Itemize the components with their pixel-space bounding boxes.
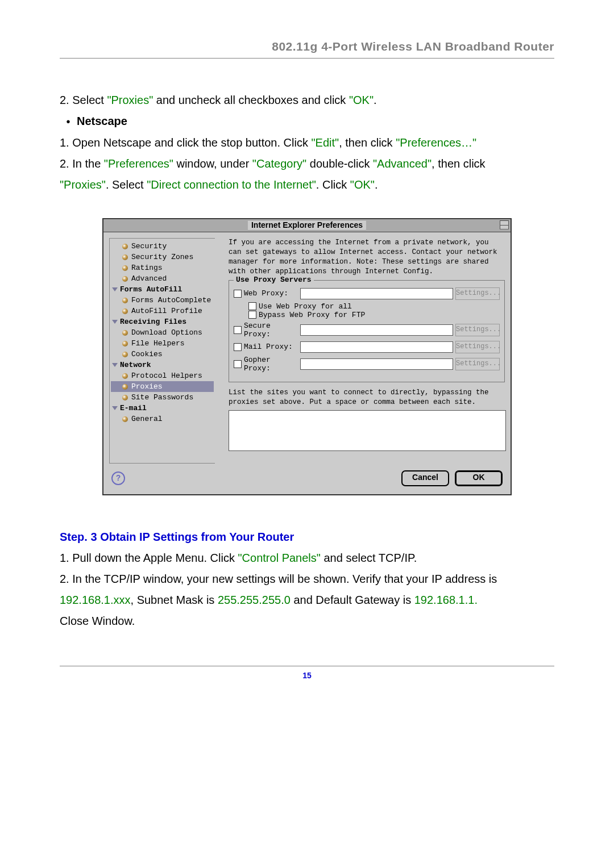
cancel-button[interactable]: Cancel bbox=[401, 470, 449, 486]
bypass-list-input[interactable] bbox=[229, 410, 506, 451]
tree-label: Receiving Files bbox=[120, 318, 186, 326]
footer-divider bbox=[60, 666, 554, 666]
page-header: 802.11g 4-Port Wireless LAN Broadband Ro… bbox=[60, 40, 554, 59]
use-proxy-servers-group: Use Proxy Servers Web Proxy: Settings...… bbox=[229, 280, 505, 382]
secure-proxy-settings-button[interactable]: Settings... bbox=[455, 324, 500, 336]
secure-proxy-checkbox[interactable] bbox=[234, 326, 242, 334]
mail-proxy-label: Mail Proxy: bbox=[244, 343, 298, 351]
bullet-icon bbox=[122, 352, 128, 357]
use-web-all-label: Use Web Proxy for all bbox=[259, 302, 352, 311]
bullet-icon bbox=[122, 244, 128, 249]
mail-proxy-checkbox[interactable] bbox=[234, 343, 242, 351]
tree-item-protocol-helpers[interactable]: Protocol Helpers bbox=[111, 370, 214, 381]
tree-label: Proxies bbox=[131, 382, 163, 391]
text: . Click bbox=[316, 178, 350, 191]
use-web-all-row: Use Web Proxy for all bbox=[248, 302, 500, 311]
tree-label: Forms AutoComplete bbox=[131, 296, 211, 304]
gopher-proxy-input[interactable] bbox=[300, 358, 453, 370]
step3-line1: 1. Pull down the Apple Menu. Click "Cont… bbox=[60, 548, 554, 569]
text: 1. Pull down the Apple Menu. Click bbox=[60, 552, 238, 564]
bullet-icon bbox=[122, 276, 128, 282]
web-proxy-row: Web Proxy: Settings... bbox=[234, 287, 500, 300]
tree-item-ratings[interactable]: Ratings bbox=[111, 262, 214, 273]
step3-heading: Step. 3 Obtain IP Settings from Your Rou… bbox=[60, 527, 554, 548]
tree-item-download[interactable]: Download Options bbox=[111, 327, 214, 338]
tree-group-forms[interactable]: Forms AutoFill bbox=[111, 284, 214, 295]
dialog-title: Internet Explorer Preferences bbox=[248, 220, 366, 229]
text: and Default Gateway is bbox=[291, 594, 414, 606]
tree-group-receiving[interactable]: Receiving Files bbox=[111, 316, 214, 327]
netscape-step-2b: "Proxies". Select "Direct connection to … bbox=[60, 174, 554, 195]
mail-proxy-settings-button[interactable]: Settings... bbox=[455, 341, 500, 353]
text: and select TCP/IP. bbox=[321, 552, 417, 564]
quoted-proxies: "Proxies" bbox=[107, 94, 153, 106]
tree-item-security-zones[interactable]: Security Zones bbox=[111, 252, 214, 262]
mail-proxy-input[interactable] bbox=[300, 341, 453, 353]
web-proxy-settings-button[interactable]: Settings... bbox=[455, 287, 500, 300]
bullet-icon bbox=[122, 308, 128, 314]
tree-label: E-mail bbox=[120, 404, 147, 412]
text: , Subnet Mask is bbox=[131, 594, 218, 606]
text: , then click bbox=[339, 136, 396, 149]
tree-item-general[interactable]: General bbox=[111, 414, 214, 424]
quoted-category: "Category" bbox=[252, 157, 306, 170]
help-icon[interactable]: ? bbox=[111, 471, 125, 485]
text: . bbox=[374, 94, 377, 106]
preferences-dialog-screenshot: Internet Explorer Preferences Security S… bbox=[102, 218, 512, 495]
tree-group-network[interactable]: Network bbox=[111, 360, 214, 370]
tree-item-site-passwords[interactable]: Site Passwords bbox=[111, 392, 214, 403]
tree-label: General bbox=[131, 415, 163, 423]
quoted-ok2: "OK" bbox=[350, 178, 375, 191]
page-number: 15 bbox=[60, 671, 554, 680]
text: window, under bbox=[173, 157, 252, 170]
tree-item-advanced[interactable]: Advanced bbox=[111, 273, 214, 284]
group-legend: Use Proxy Servers bbox=[234, 276, 314, 284]
web-proxy-checkbox[interactable] bbox=[234, 290, 242, 298]
bullet-icon bbox=[122, 298, 128, 303]
quoted-edit: "Edit" bbox=[311, 136, 339, 149]
proxy-settings-panel: If you are accessing the Internet from a… bbox=[229, 238, 505, 464]
gopher-proxy-settings-button[interactable]: Settings... bbox=[455, 358, 500, 370]
step3-line4: Close Window. bbox=[60, 611, 554, 632]
text: double-click bbox=[306, 157, 373, 170]
tree-item-cookies[interactable]: Cookies bbox=[111, 349, 214, 360]
bypass-ftp-checkbox[interactable] bbox=[248, 311, 256, 319]
bullet-icon bbox=[122, 254, 128, 260]
tree-item-autofill-profile[interactable]: AutoFill Profile bbox=[111, 306, 214, 316]
tree-item-autocomplete[interactable]: Forms AutoComplete bbox=[111, 295, 214, 306]
text: and uncheck all checkboxes and click bbox=[153, 94, 349, 106]
bypass-ftp-row: Bypass Web Proxy for FTP bbox=[248, 311, 500, 319]
bullet-icon bbox=[122, 416, 128, 422]
triangle-down-icon bbox=[112, 287, 118, 291]
windowshade-icon[interactable] bbox=[500, 220, 509, 229]
step3-line3: 192.168.1.xxx, Subnet Mask is 255.255.25… bbox=[60, 590, 554, 611]
tree-item-proxies[interactable]: Proxies bbox=[111, 381, 214, 392]
web-proxy-input[interactable] bbox=[300, 288, 453, 299]
dialog-titlebar[interactable]: Internet Explorer Preferences bbox=[103, 219, 511, 232]
netscape-label: Netscape bbox=[77, 115, 127, 127]
bullet-icon bbox=[122, 373, 128, 379]
gopher-proxy-label: Gopher Proxy: bbox=[244, 356, 298, 373]
tree-item-security[interactable]: Security bbox=[111, 241, 214, 252]
bullet-icon bbox=[122, 341, 128, 347]
secure-proxy-input[interactable] bbox=[300, 324, 453, 336]
tree-label: Site Passwords bbox=[131, 393, 193, 402]
bypass-instruction: List the sites you want to connect to di… bbox=[229, 388, 505, 407]
tree-label: Forms AutoFill bbox=[120, 285, 182, 294]
text: 2. Select bbox=[60, 94, 107, 106]
bullet-icon bbox=[122, 265, 128, 271]
category-tree[interactable]: Security Security Zones Ratings Advanced… bbox=[109, 238, 215, 464]
ok-button[interactable]: OK bbox=[455, 470, 503, 486]
tree-label: Ratings bbox=[131, 264, 163, 272]
tree-item-file-helpers[interactable]: File Helpers bbox=[111, 338, 214, 349]
quoted-proxies2: "Proxies" bbox=[60, 178, 106, 191]
tree-group-email[interactable]: E-mail bbox=[111, 403, 214, 414]
text: 2. In the bbox=[60, 157, 104, 170]
quoted-advanced: "Advanced" bbox=[373, 157, 432, 170]
use-web-all-checkbox[interactable] bbox=[248, 302, 256, 310]
intro-instruction: 2. Select "Proxies" and uncheck all chec… bbox=[60, 90, 554, 111]
gopher-proxy-checkbox[interactable] bbox=[234, 360, 242, 368]
tree-label: AutoFill Profile bbox=[131, 307, 202, 315]
tree-label: Network bbox=[120, 361, 151, 369]
netscape-step-1: 1. Open Netscape and click the stop butt… bbox=[60, 132, 554, 153]
